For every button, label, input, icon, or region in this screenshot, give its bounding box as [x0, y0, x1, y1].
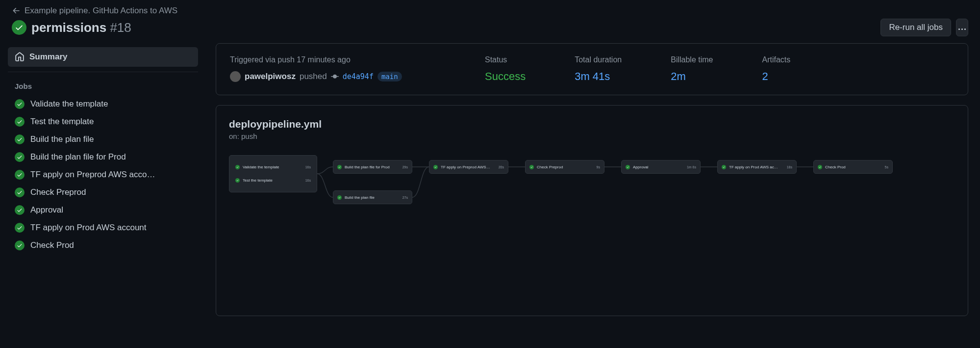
check-icon [235, 165, 240, 169]
commit-icon [331, 73, 339, 80]
sidebar-job-item[interactable]: Build the plan file [8, 131, 198, 148]
job-label: TF apply on Preprod AWS acco… [30, 170, 155, 180]
check-icon [626, 165, 630, 169]
job-label: Build the plan file [30, 134, 94, 144]
sidebar-job-item[interactable]: Test the template [8, 113, 198, 131]
job-label: Check Prod [30, 241, 74, 250]
check-icon [15, 187, 25, 197]
breadcrumb-text: Example pipeline. GitHub Actions to AWS [25, 6, 177, 16]
job-name: Build the plan file [345, 195, 400, 200]
job-label: Build the plan file for Prod [30, 152, 126, 162]
sidebar-job-item[interactable]: Check Preprod [8, 184, 198, 201]
run-status-icon [12, 20, 26, 35]
artifacts-label: Artifacts [762, 55, 790, 64]
billable-label: Billable time [671, 55, 713, 64]
check-icon [433, 165, 438, 169]
graph-group-initial[interactable]: Validate the template 16s Test the templ… [229, 155, 317, 192]
graph-job-node[interactable]: Check Preprod9s [525, 160, 604, 174]
artifacts-value[interactable]: 2 [762, 70, 790, 83]
duration-value[interactable]: 3m 41s [575, 70, 622, 83]
kebab-icon [961, 28, 963, 30]
check-icon [15, 170, 25, 180]
job-duration: 5s [885, 165, 888, 169]
graph-job-node[interactable]: Build the plan file for Prod29s [333, 160, 412, 174]
jobs-section-label: Jobs [8, 80, 198, 95]
job-duration: 27s [402, 196, 408, 199]
duration-label: Total duration [575, 55, 622, 64]
job-name: Approval [633, 165, 684, 169]
sidebar-summary-label: Summary [29, 52, 67, 62]
triggered-label: Triggered via push 17 minutes ago [230, 55, 436, 64]
job-label: Check Preprod [30, 187, 86, 197]
job-label: Validate the template [30, 99, 108, 109]
sidebar-job-item[interactable]: Build the plan file for Prod [8, 148, 198, 166]
push-verb: pushed [300, 72, 327, 81]
check-icon [15, 205, 25, 215]
check-icon [15, 134, 25, 144]
divider [8, 72, 198, 72]
check-icon [15, 117, 25, 127]
check-icon [722, 165, 726, 169]
job-label: TF apply on Prod AWS account [30, 223, 147, 233]
check-icon [15, 99, 25, 109]
status-label: Status [485, 55, 526, 64]
job-name: TF apply on Prod AWS ac… [729, 165, 784, 169]
sidebar-summary[interactable]: Summary [8, 47, 198, 67]
job-name: TF apply on Preprod AWS… [441, 165, 496, 169]
more-actions-button[interactable] [956, 19, 968, 36]
sidebar-job-item[interactable]: TF apply on Preprod AWS acco… [8, 166, 198, 184]
sidebar-job-item[interactable]: Approval [8, 201, 198, 219]
job-duration: 29s [402, 165, 408, 169]
check-icon [337, 195, 342, 200]
check-icon [818, 165, 822, 169]
check-icon [15, 223, 25, 233]
graph-card: deploypipeline.yml on: push Validate the… [216, 105, 968, 316]
graph-job-node[interactable]: Approval1m 6s [621, 160, 701, 174]
job-name: Build the plan file for Prod [345, 165, 400, 169]
graph-job-node[interactable]: Check Prod5s [813, 160, 893, 174]
billable-value[interactable]: 2m [671, 70, 713, 83]
graph-job-validate[interactable]: Validate the template 16s [235, 165, 311, 169]
check-icon [529, 165, 534, 169]
job-label: Approval [30, 205, 63, 215]
arrow-left-icon [12, 6, 21, 15]
branch-pill[interactable]: main [377, 72, 402, 81]
graph-job-test[interactable]: Test the template 16s [235, 178, 311, 183]
sidebar-job-item[interactable]: Check Prod [8, 237, 198, 254]
graph-job-node[interactable]: TF apply on Preprod AWS…20s [429, 160, 508, 174]
check-icon [15, 152, 25, 162]
actor-name[interactable]: pawelpiwosz [245, 72, 296, 81]
status-value: Success [485, 70, 526, 83]
actor-avatar[interactable] [230, 71, 241, 82]
home-icon [15, 52, 25, 62]
job-duration: 18s [787, 165, 792, 169]
rerun-all-jobs-button[interactable]: Re-run all jobs [880, 19, 951, 36]
check-icon [337, 165, 342, 169]
run-title: permissions #18 [31, 20, 131, 35]
job-name: Check Preprod [537, 165, 594, 169]
job-name: Check Prod [825, 165, 882, 169]
commit-sha[interactable]: de4a94f [343, 72, 374, 81]
summary-card: Triggered via push 17 minutes ago pawelp… [216, 43, 968, 95]
workflow-trigger: on: push [229, 132, 955, 140]
breadcrumb[interactable]: Example pipeline. GitHub Actions to AWS [12, 6, 968, 16]
check-icon [235, 178, 240, 183]
job-duration: 20s [499, 165, 504, 169]
job-duration: 9s [597, 165, 600, 169]
sidebar-job-item[interactable]: TF apply on Prod AWS account [8, 219, 198, 237]
check-icon [15, 241, 25, 250]
sidebar-job-item[interactable]: Validate the template [8, 95, 198, 113]
graph-job-node[interactable]: TF apply on Prod AWS ac…18s [717, 160, 797, 174]
workflow-file-name: deploypipeline.yml [229, 118, 955, 130]
job-label: Test the template [30, 117, 94, 127]
graph-job-node[interactable]: Build the plan file27s [333, 190, 412, 204]
job-duration: 1m 6s [687, 165, 696, 169]
